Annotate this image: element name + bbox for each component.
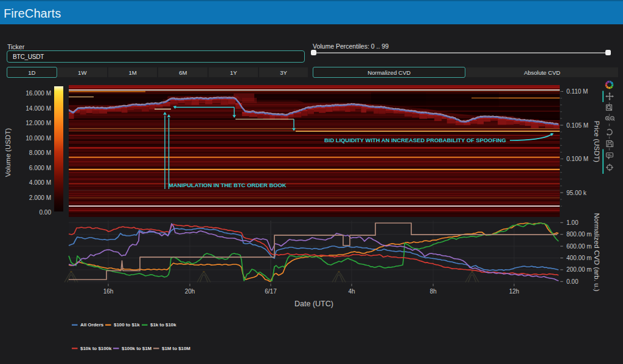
svg-text:14.000 M: 14.000 M (26, 105, 51, 112)
svg-text:20h: 20h (185, 288, 195, 295)
svg-text:$1k to $10k: $1k to $10k (150, 322, 176, 328)
svg-text:10.000 M: 10.000 M (26, 135, 51, 142)
svg-text:All Orders: All Orders (80, 322, 104, 328)
svg-text:0.00: 0.00 (40, 209, 52, 216)
svg-text:4.000 M: 4.000 M (29, 179, 51, 186)
svg-text:$1M to $10M: $1M to $10M (162, 346, 190, 351)
svg-text:400.00 m: 400.00 m (566, 255, 592, 261)
svg-text:12.000 M: 12.000 M (26, 120, 51, 126)
svg-text:Normalized CVD (arb. u.): Normalized CVD (arb. u.) (593, 213, 600, 291)
svg-text:16.000 M: 16.000 M (26, 90, 51, 97)
svg-text:Date (UTC): Date (UTC) (294, 300, 333, 308)
svg-text:2.000 M: 2.000 M (29, 194, 51, 201)
svg-text:8h: 8h (430, 288, 436, 295)
svg-text:0.110 M: 0.110 M (566, 88, 588, 95)
svg-text:12h: 12h (509, 288, 520, 295)
svg-text:$100k to $1M: $100k to $1M (122, 346, 152, 351)
svg-text:Volume (USDT): Volume (USDT) (4, 128, 12, 177)
svg-text:4h: 4h (348, 288, 355, 295)
svg-text:$100 to $1k: $100 to $1k (114, 322, 140, 328)
svg-text:1.00: 1.00 (566, 219, 579, 226)
svg-text:800.00 m: 800.00 m (566, 231, 592, 238)
svg-text:8.000 M: 8.000 M (29, 149, 51, 156)
svg-text:0.105 M: 0.105 M (566, 122, 588, 129)
svg-text:Price (USDT): Price (USDT) (593, 121, 600, 163)
svg-text:BID LIQUIDITY WITH AN INCREASE: BID LIQUIDITY WITH AN INCREASED PROBABIL… (324, 137, 506, 143)
svg-text:95.00 k: 95.00 k (566, 190, 587, 196)
svg-text:$10k to $100k: $10k to $100k (80, 346, 112, 351)
svg-text:600.00 m: 600.00 m (566, 243, 592, 250)
svg-text:16h: 16h (103, 288, 114, 295)
svg-text:6.000 M: 6.000 M (29, 165, 51, 171)
svg-text:0.00: 0.00 (566, 278, 579, 285)
svg-text:MANIPULATION IN THE BTC ORDER: MANIPULATION IN THE BTC ORDER BOOK (169, 182, 287, 188)
svg-text:200.00 m: 200.00 m (566, 266, 592, 273)
svg-text:0.100 M: 0.100 M (566, 156, 588, 162)
svg-text:6/17: 6/17 (265, 288, 277, 295)
